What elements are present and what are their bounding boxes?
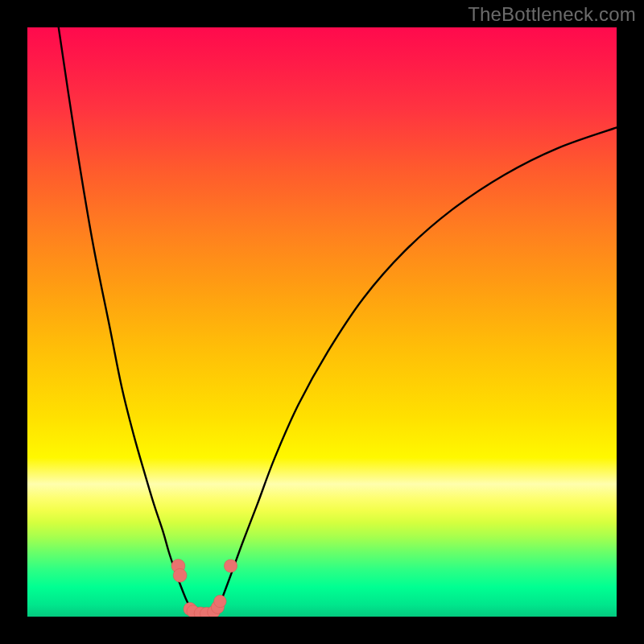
watermark-text: TheBottleneck.com bbox=[468, 3, 636, 26]
marker-dot bbox=[224, 559, 237, 572]
marker-dot bbox=[214, 595, 226, 607]
chart-svg bbox=[27, 27, 617, 617]
curve-right-curve bbox=[216, 127, 617, 613]
plot-area bbox=[27, 27, 617, 617]
curve-left-curve bbox=[57, 27, 196, 613]
chart-frame: TheBottleneck.com bbox=[0, 0, 644, 644]
marker-dot bbox=[173, 568, 187, 582]
